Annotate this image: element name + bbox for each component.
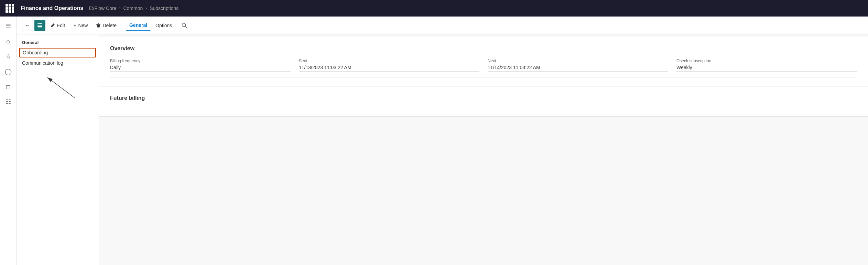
breadcrumb: ExFlow Core › Common › Subscriptions (89, 6, 178, 11)
svg-rect-5 (98, 23, 99, 24)
nav-item-communication-log[interactable]: Communication log (17, 58, 99, 68)
billing-frequency-value: Daily (110, 65, 291, 72)
svg-point-6 (182, 23, 186, 26)
right-content-panel: Overview Billing frequency Daily Sent 11… (99, 34, 868, 265)
billing-frequency-field: Billing frequency Daily (110, 59, 291, 72)
back-button[interactable]: ← (22, 20, 33, 31)
list-view-button[interactable] (34, 20, 45, 31)
left-nav-panel: General Onboarding Communication log (17, 34, 99, 265)
tab-general[interactable]: General (126, 20, 151, 31)
tab-options[interactable]: Options (152, 21, 175, 30)
new-label: New (78, 23, 88, 28)
edit-button[interactable]: Edit (47, 21, 68, 30)
next-field: Next 11/14/2023 11:03:22 AM (488, 59, 668, 72)
breadcrumb-sep-2: › (145, 6, 147, 11)
breadcrumb-item-3[interactable]: Subscriptions (150, 6, 178, 11)
toolbar: ← Edit + New (17, 17, 868, 34)
check-subscription-value: Weekly (676, 65, 857, 72)
future-billing-section: Future billing (99, 87, 868, 117)
modules-icon[interactable]: ☷ (1, 95, 15, 109)
svg-rect-0 (37, 23, 42, 24)
breadcrumb-sep-1: › (119, 6, 120, 11)
overview-section: Overview Billing frequency Daily Sent 11… (99, 37, 868, 86)
workspaces-icon[interactable]: ◫ (1, 80, 15, 94)
delete-button[interactable]: Delete (93, 21, 120, 30)
svg-rect-3 (37, 28, 42, 28)
edit-icon (50, 23, 55, 28)
overview-title: Overview (110, 45, 857, 52)
nav-item-comm-log-label: Communication log (22, 60, 63, 66)
sent-value: 11/13/2023 11:03:22 AM (299, 65, 479, 72)
nav-item-onboarding[interactable]: Onboarding (19, 48, 96, 57)
recent-icon[interactable]: ◯ (1, 65, 15, 78)
favorites-icon[interactable]: ☆ (1, 50, 15, 63)
billing-frequency-label: Billing frequency (110, 59, 291, 63)
breadcrumb-item-1[interactable]: ExFlow Core (89, 6, 116, 11)
annotation-arrow (17, 71, 99, 112)
app-title: Finance and Operations (21, 5, 83, 11)
new-button[interactable]: + New (70, 20, 91, 31)
svg-line-9 (47, 77, 75, 98)
top-bar: Finance and Operations ExFlow Core › Com… (0, 0, 868, 17)
next-label: Next (488, 59, 668, 63)
sent-label: Sent (299, 59, 479, 63)
next-value: 11/14/2023 11:03:22 AM (488, 65, 668, 72)
left-sidebar: ☰ ⌂ ☆ ◯ ◫ ☷ (0, 17, 17, 265)
home-icon[interactable]: ⌂ (1, 34, 15, 48)
hamburger-icon[interactable]: ☰ (1, 19, 15, 33)
check-subscription-label: Check subscription (676, 59, 857, 63)
delete-label: Delete (102, 23, 116, 28)
nav-section-title: General (17, 40, 99, 48)
check-subscription-field: Check subscription Weekly (676, 59, 857, 72)
overview-fields-row: Billing frequency Daily Sent 11/13/2023 … (110, 59, 857, 78)
svg-rect-2 (37, 26, 42, 27)
search-icon (182, 23, 187, 28)
waffle-menu[interactable] (4, 3, 15, 14)
tab-separator (123, 21, 123, 30)
new-icon: + (73, 22, 76, 29)
breadcrumb-item-2[interactable]: Common (123, 6, 143, 11)
sent-field: Sent 11/13/2023 11:03:22 AM (299, 59, 479, 72)
arrow-annotation (17, 71, 99, 112)
nav-item-onboarding-label: Onboarding (23, 50, 48, 55)
future-billing-title: Future billing (110, 95, 857, 101)
svg-rect-1 (37, 25, 42, 25)
svg-line-7 (185, 26, 187, 28)
delete-icon (96, 23, 101, 28)
search-button[interactable] (178, 21, 191, 30)
svg-rect-4 (96, 24, 100, 25)
edit-label: Edit (57, 23, 65, 28)
